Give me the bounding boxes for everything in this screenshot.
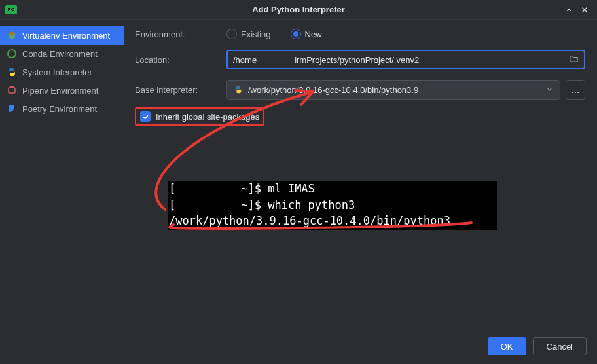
svg-rect-3 <box>9 88 15 93</box>
conda-icon <box>7 48 17 59</box>
ok-button[interactable]: OK <box>488 337 526 355</box>
environment-label: Environment: <box>135 29 226 39</box>
location-input[interactable]: /home irmProjects/pythonProject/.venv2 <box>226 50 585 69</box>
sidebar-item-poetry[interactable]: Poetry Environment <box>0 100 124 118</box>
radio-new[interactable]: New <box>291 29 322 39</box>
dialog-footer: OK Cancel <box>0 329 597 364</box>
ok-button-label: OK <box>501 342 513 352</box>
text-cursor <box>420 54 420 65</box>
inherit-site-packages-annotation-box: Inherit global site-packages <box>135 107 264 126</box>
base-interpreter-label: Base interpreter: <box>135 85 226 95</box>
svg-point-2 <box>8 50 16 58</box>
radio-new-label: New <box>305 29 322 39</box>
python-icon <box>234 85 243 94</box>
sidebar-item-pipenv[interactable]: Pipenv Environment <box>0 81 124 100</box>
sidebar-item-system[interactable]: System Interpreter <box>0 63 124 81</box>
titlebar: PC Add Python Interpreter <box>0 0 597 20</box>
expand-icon[interactable] <box>564 5 573 14</box>
virtualenv-icon <box>7 30 17 41</box>
base-interpreter-value: /work/python/3.9.16-gcc-10.4.0/bin/pytho… <box>248 85 418 95</box>
sidebar: Virtualenv Environment Conda Environment… <box>0 20 124 329</box>
pipenv-icon <box>7 85 17 96</box>
close-icon[interactable] <box>580 5 589 14</box>
browse-folder-icon[interactable] <box>569 54 579 65</box>
sidebar-item-virtualenv[interactable]: Virtualenv Environment <box>0 26 124 45</box>
main-panel: Environment: Existing New Location: /hom… <box>124 20 597 329</box>
browse-interpreter-button[interactable]: … <box>566 80 585 100</box>
location-label: Location: <box>135 55 226 65</box>
python-icon <box>7 67 17 77</box>
window-title: Add Python Interpreter <box>0 5 597 14</box>
location-value-right: irmProjects/pythonProject/.venv2 <box>295 55 419 65</box>
radio-dot-icon <box>226 29 237 39</box>
sidebar-item-label: Conda Environment <box>22 49 98 59</box>
base-interpreter-dropdown[interactable]: /work/python/3.9.16-gcc-10.4.0/bin/pytho… <box>226 80 560 100</box>
chevron-down-icon <box>546 85 553 95</box>
terminal-snippet: [~]$ ml IMAS [~]$ which python3 /work/py… <box>168 181 497 230</box>
app-icon: PC <box>5 5 17 14</box>
sidebar-item-conda[interactable]: Conda Environment <box>0 45 124 63</box>
radio-existing[interactable]: Existing <box>226 29 271 39</box>
inherit-site-packages-label: Inherit global site-packages <box>156 112 259 122</box>
poetry-icon <box>7 103 17 114</box>
ellipsis-icon: … <box>571 85 580 95</box>
sidebar-item-label: System Interpreter <box>22 67 92 77</box>
sidebar-item-label: Virtualenv Environment <box>22 31 110 41</box>
location-value-left: /home <box>233 55 257 65</box>
inherit-site-packages-checkbox[interactable] <box>140 111 151 122</box>
radio-dot-icon <box>291 29 301 39</box>
cancel-button[interactable]: Cancel <box>533 337 587 355</box>
radio-existing-label: Existing <box>241 29 271 39</box>
sidebar-item-label: Pipenv Environment <box>22 86 98 96</box>
svg-rect-4 <box>10 86 14 88</box>
cancel-button-label: Cancel <box>547 342 573 352</box>
sidebar-item-label: Poetry Environment <box>22 104 97 114</box>
